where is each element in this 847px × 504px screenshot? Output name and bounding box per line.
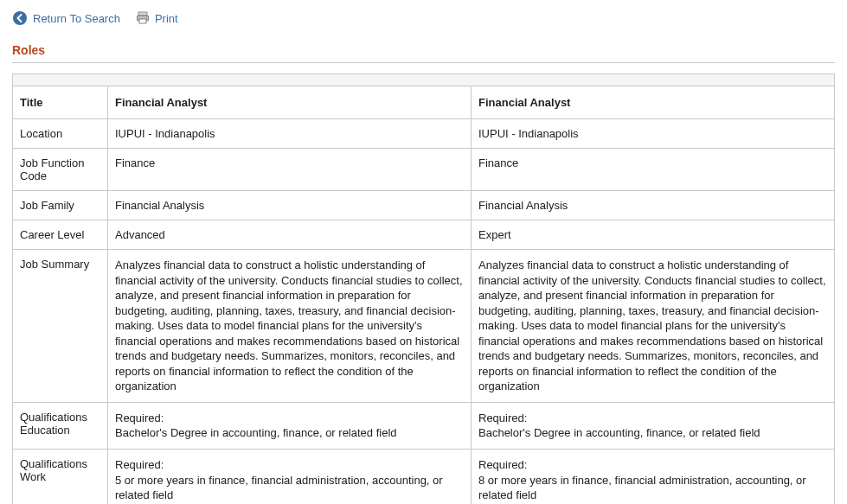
cell: Required: Bachelor's Degree in accountin… <box>472 402 835 449</box>
arrow-left-circle-icon <box>12 10 28 26</box>
toolbar: Return To Search Print <box>12 10 835 35</box>
row-label: Title <box>13 86 108 119</box>
row-label: Career Level <box>13 220 108 250</box>
print-link[interactable]: Print <box>136 11 178 25</box>
table-row: Qualifications Work Required: 5 or more … <box>13 450 835 504</box>
print-label: Print <box>155 12 178 25</box>
table-row: Title Financial Analyst Financial Analys… <box>13 86 835 119</box>
cell: Analyzes financial data to construct a h… <box>108 250 472 403</box>
table-row: Job Function Code Finance Finance <box>13 149 835 191</box>
cell: Financial Analyst <box>472 86 835 119</box>
table-row: Job Family Financial Analysis Financial … <box>13 191 835 220</box>
section-title: Roles <box>12 43 835 57</box>
cell: Required: 8 or more years in finance, fi… <box>472 450 835 504</box>
row-label: Job Summary <box>13 250 108 403</box>
table-header-band <box>13 74 835 86</box>
cell: Analyzes financial data to construct a h… <box>472 250 835 403</box>
print-icon <box>136 11 150 25</box>
table-row: Qualifications Education Required: Bache… <box>13 402 835 449</box>
cell: Finance <box>472 149 835 191</box>
row-label: Qualifications Education <box>13 402 108 449</box>
cell: Financial Analysis <box>108 191 472 220</box>
return-to-search-label: Return To Search <box>33 12 120 25</box>
divider <box>12 62 835 63</box>
cell: Required: 5 or more years in finance, fi… <box>108 450 472 504</box>
svg-rect-3 <box>139 19 146 23</box>
table-row: Career Level Advanced Expert <box>13 220 835 250</box>
roles-table: Title Financial Analyst Financial Analys… <box>12 73 835 504</box>
cell: Financial Analysis <box>472 191 835 220</box>
cell: Financial Analyst <box>108 86 472 119</box>
row-label: Job Family <box>13 191 108 220</box>
cell: Advanced <box>108 220 472 250</box>
row-label: Qualifications Work <box>13 450 108 504</box>
svg-rect-1 <box>138 12 147 16</box>
cell: Expert <box>472 220 835 250</box>
row-label: Location <box>13 119 108 149</box>
cell: IUPUI - Indianapolis <box>108 119 472 149</box>
svg-point-4 <box>146 16 148 18</box>
table-row: Location IUPUI - Indianapolis IUPUI - In… <box>13 119 835 149</box>
svg-point-0 <box>13 11 27 25</box>
cell: IUPUI - Indianapolis <box>472 119 835 149</box>
row-label: Job Function Code <box>13 149 108 191</box>
return-to-search-link[interactable]: Return To Search <box>12 10 120 26</box>
table-row: Job Summary Analyzes financial data to c… <box>13 250 835 403</box>
cell: Required: Bachelor's Degree in accountin… <box>108 402 472 449</box>
cell: Finance <box>108 149 472 191</box>
